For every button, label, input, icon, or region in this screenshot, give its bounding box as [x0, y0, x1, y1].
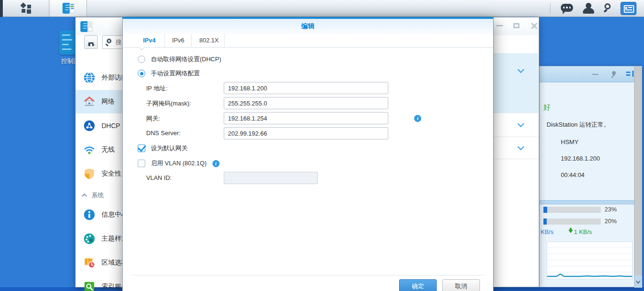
radio-icon [138, 56, 145, 63]
upload-speed-text: KB/s [541, 228, 553, 235]
region-clock-icon [83, 257, 95, 269]
widget-scrollbar[interactable] [634, 66, 642, 288]
control-panel-icon [63, 3, 75, 14]
field-label: VLAN ID: [146, 174, 172, 181]
checkbox-unchecked-icon [138, 160, 145, 167]
chevron-down-icon [636, 279, 641, 284]
search-icon [107, 39, 111, 43]
radio-manual[interactable]: 手动设置网络配置 [138, 69, 200, 78]
user-account-icon[interactable] [583, 3, 594, 14]
globe-icon [83, 72, 95, 84]
home-icon [87, 38, 94, 46]
field-label: DNS Server: [146, 129, 181, 137]
widget-section-divider [540, 200, 635, 204]
scroll-down-button[interactable] [635, 275, 642, 288]
uptime-value: 00:44:04 [561, 171, 585, 178]
chevron-down-icon [518, 144, 524, 150]
dialog-tabs: IPv4 IPv6 802.1X [123, 34, 493, 48]
close-button[interactable] [530, 22, 538, 30]
checkbox-label: 启用 VLAN (802.1Q) [151, 159, 207, 168]
ram-usage-percent: 20% [605, 218, 617, 225]
ok-button[interactable]: 确定 [399, 279, 437, 291]
download-speed-text: 1 KB/s [574, 228, 592, 235]
health-status-text: 好 [543, 103, 550, 112]
widget-header[interactable] [540, 66, 642, 82]
pin-icon[interactable] [609, 70, 618, 79]
sidebar-item-label: 网络 [102, 97, 115, 106]
palette-icon [83, 233, 95, 245]
wifi-icon [83, 144, 95, 156]
sidebar-item-label: 安全性 [102, 170, 121, 178]
notifications-icon[interactable] [561, 4, 573, 12]
info-icon [83, 209, 95, 221]
info-icon[interactable] [212, 160, 220, 167]
widgets-toggle-button[interactable] [620, 2, 636, 15]
tab-ipv4[interactable]: IPv4 [134, 34, 165, 47]
home-button[interactable] [84, 35, 98, 49]
chevron-up-icon [82, 194, 87, 199]
health-description: DiskStation 运转正常。 [547, 121, 610, 129]
apps-grid-icon [20, 3, 31, 14]
taskbar-item-control-panel[interactable] [50, 0, 87, 16]
taskbar-separator [550, 3, 550, 14]
server-name-value: HSMY [561, 138, 579, 146]
cancel-button[interactable]: 取消 [442, 279, 480, 291]
control-panel-icon [80, 21, 93, 32]
widget-icon [624, 5, 634, 13]
minimize-button[interactable] [496, 25, 503, 26]
field-label: IP 地址: [146, 84, 167, 93]
radio-dhcp[interactable]: 自动取得网络设置(DHCP) [138, 55, 221, 64]
subnet-mask-input[interactable] [224, 97, 388, 109]
checkbox-enable-vlan[interactable]: 启用 VLAN (802.1Q) [138, 159, 220, 168]
dhcp-server-icon [83, 120, 95, 132]
cpu-usage-percent: 23% [605, 206, 617, 213]
ip-address-input[interactable] [224, 82, 388, 94]
vlan-id-input [224, 172, 318, 184]
gateway-input[interactable] [224, 112, 388, 124]
sidebar-item-label: 无线 [102, 146, 115, 154]
network-traffic-sparkline [547, 242, 633, 279]
radio-label: 自动取得网络设置(DHCP) [151, 55, 221, 64]
field-label: 子网掩码(mask): [146, 99, 191, 108]
edit-network-dialog: 编辑 IPv4 IPv6 802.1X 自动取得网络设置(DHCP) 手动设置网… [122, 17, 494, 291]
download-arrow-icon [568, 230, 573, 235]
chevron-down-icon [518, 66, 524, 73]
cpu-usage-bar [543, 207, 601, 213]
dialog-footer-divider [132, 275, 484, 275]
checkbox-label: 设为默认网关 [151, 144, 188, 153]
checkbox-default-gateway[interactable]: 设为默认网关 [138, 144, 188, 153]
ram-usage-bar [543, 218, 601, 225]
dialog-title[interactable]: 编辑 [123, 19, 493, 34]
checkbox-checked-icon [138, 145, 145, 152]
dns-server-input[interactable] [224, 127, 388, 139]
top-taskbar [0, 0, 644, 17]
radio-icon-selected [138, 70, 145, 77]
index-search-icon [83, 281, 95, 291]
field-label: 网关: [146, 114, 160, 123]
widget-minimize-icon[interactable] [592, 74, 598, 75]
widget-panel-icon[interactable] [626, 71, 634, 77]
info-icon[interactable] [414, 115, 421, 122]
shield-icon [83, 168, 95, 180]
sidebar-section-label: 系统 [92, 191, 104, 200]
tab-8021x[interactable]: 802.1X [192, 34, 225, 47]
main-menu-button[interactable] [3, 0, 49, 16]
tab-ipv6[interactable]: IPv6 [165, 34, 192, 47]
search-icon[interactable] [604, 3, 614, 14]
chevron-down-icon [518, 121, 524, 127]
system-health-widget-panel: 好 DiskStation 运转正常。 HSMY 192.168.1.200 0… [539, 66, 642, 287]
radio-label: 手动设置网络配置 [151, 69, 200, 78]
ip-address-value: 192.168.1.200 [561, 155, 600, 162]
maximize-button[interactable] [513, 23, 519, 28]
network-house-icon [83, 96, 95, 108]
